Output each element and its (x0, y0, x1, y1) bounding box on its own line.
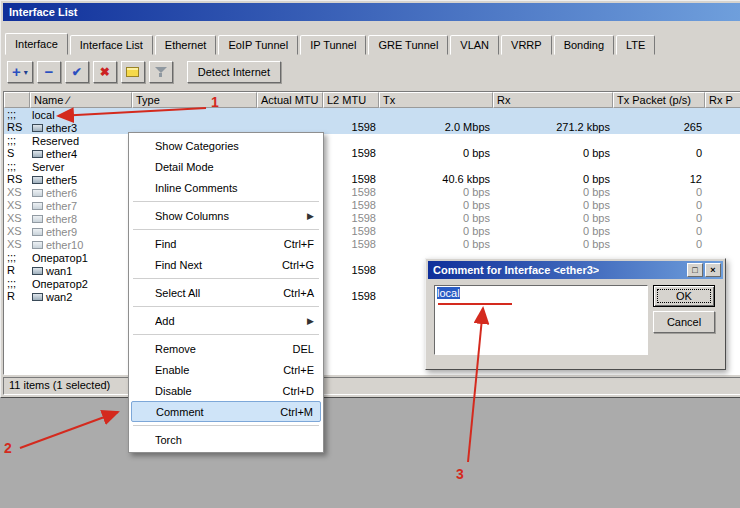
row-tx-packet: 265 (613, 121, 705, 134)
row-flags: ;;; (4, 160, 30, 173)
interface-row-ether4[interactable]: Sether415980 bps0 bps0 (4, 147, 740, 160)
row-name: ether4 (30, 147, 132, 160)
remove-button[interactable]: − (37, 61, 61, 83)
tab-ethernet[interactable]: Ethernet (155, 35, 217, 55)
menu-item-add[interactable]: Add▶ (131, 310, 321, 331)
column-header-flags[interactable] (4, 92, 30, 108)
menu-item-label: Inline Comments (155, 178, 314, 198)
column-header-tx[interactable]: Tx (379, 92, 493, 108)
row-rx-packet (705, 199, 740, 212)
row-rx: 0 bps (493, 225, 613, 238)
menu-item-label: Select All (155, 283, 275, 303)
row-name: Оператор1 (30, 251, 132, 264)
row-tx: 2.0 Mbps (379, 121, 493, 134)
menu-item-label: Disable (155, 381, 275, 401)
row-name: Reserved (30, 134, 132, 147)
comment-button[interactable] (121, 61, 145, 83)
maximize-button[interactable]: □ (687, 263, 703, 277)
menu-item-torch[interactable]: Torch (131, 429, 321, 450)
tab-vrrp[interactable]: VRRP (501, 35, 552, 55)
interface-row-ether6[interactable]: XSether615980 bps0 bps0 (4, 186, 740, 199)
column-header-type[interactable]: Type (132, 92, 257, 108)
column-header-name[interactable]: Name∕ (30, 92, 132, 108)
row-tx-packet: 0 (613, 238, 705, 251)
context-menu: Show CategoriesDetail ModeInline Comment… (128, 132, 324, 453)
tab-interface[interactable]: Interface (5, 33, 68, 55)
comment-row-reserved[interactable]: ;;;Reserved (4, 134, 740, 147)
menu-item-inline-comments[interactable]: Inline Comments (131, 177, 321, 198)
comment-row-server[interactable]: ;;;Server (4, 160, 740, 173)
column-header-rx-p[interactable]: Rx P (705, 92, 740, 108)
menu-item-show-columns[interactable]: Show Columns▶ (131, 205, 321, 226)
row-name: ether6 (30, 186, 132, 199)
menu-shortcut: Ctrl+A (283, 283, 314, 303)
row-tx (379, 108, 493, 121)
row-l2mtu: 1598 (323, 264, 379, 277)
column-header-label: Tx Packet (p/s) (617, 94, 691, 106)
row-flags: S (4, 147, 30, 160)
tab-ip-tunnel[interactable]: IP Tunnel (300, 35, 366, 55)
interface-row-ether8[interactable]: XSether815980 bps0 bps0 (4, 212, 740, 225)
tab-eoip-tunnel[interactable]: EoIP Tunnel (218, 35, 298, 55)
interface-row-ether9[interactable]: XSether915980 bps0 bps0 (4, 225, 740, 238)
close-button[interactable]: × (705, 263, 721, 277)
row-tx-packet: 0 (613, 225, 705, 238)
row-rx: 271.2 kbps (493, 121, 613, 134)
interface-row-ether3[interactable]: RSether315982.0 Mbps271.2 kbps265 (4, 121, 740, 134)
tab-interface-list[interactable]: Interface List (70, 35, 153, 55)
enable-button[interactable]: ✔ (65, 61, 89, 83)
menu-item-comment[interactable]: CommentCtrl+M (131, 401, 321, 422)
dialog-titlebar[interactable]: Comment for Interface <ether3> □ × (428, 261, 723, 279)
row-l2mtu: 1598 (323, 238, 379, 251)
tab-vlan[interactable]: VLAN (450, 35, 499, 55)
row-rx-packet (705, 212, 740, 225)
ethernet-icon (32, 241, 43, 249)
detect-internet-button[interactable]: Detect Internet (187, 61, 281, 83)
minus-icon: − (44, 66, 53, 78)
filter-button[interactable] (149, 61, 173, 83)
column-header-l2-mtu[interactable]: L2 MTU (323, 92, 379, 108)
menu-item-select-all[interactable]: Select AllCtrl+A (131, 282, 321, 303)
disable-button[interactable]: ✖ (93, 61, 117, 83)
tab-gre-tunnel[interactable]: GRE Tunnel (368, 35, 448, 55)
tab-bonding[interactable]: Bonding (554, 35, 614, 55)
comment-textarea[interactable]: local (434, 285, 648, 355)
window-titlebar[interactable]: Interface List (3, 3, 740, 21)
column-header-actual-mtu[interactable]: Actual MTU (257, 92, 323, 108)
row-flags: XS (4, 212, 30, 225)
row-tx: 0 bps (379, 225, 493, 238)
menu-item-show-categories[interactable]: Show Categories (131, 135, 321, 156)
cancel-button[interactable]: Cancel (653, 311, 715, 333)
tab-lte[interactable]: LTE (616, 35, 655, 55)
ok-button[interactable]: OK (653, 285, 715, 307)
menu-item-disable[interactable]: DisableCtrl+D (131, 380, 321, 401)
menu-item-remove[interactable]: RemoveDEL (131, 338, 321, 359)
sort-indicator: ∕ (67, 94, 69, 106)
menu-item-find[interactable]: FindCtrl+F (131, 233, 321, 254)
row-type (132, 108, 257, 121)
interface-row-ether7[interactable]: XSether715980 bps0 bps0 (4, 199, 740, 212)
menu-item-enable[interactable]: EnableCtrl+E (131, 359, 321, 380)
menu-item-find-next[interactable]: Find NextCtrl+G (131, 254, 321, 275)
row-rx (493, 160, 613, 173)
interface-name: Reserved (32, 135, 79, 147)
column-header-rx[interactable]: Rx (493, 92, 613, 108)
row-rx: 0 bps (493, 212, 613, 225)
annotation-underline (438, 303, 512, 305)
interface-row-ether10[interactable]: XSether1015980 bps0 bps0 (4, 238, 740, 251)
interface-name: ether6 (46, 187, 77, 199)
status-bar: 11 items (1 selected) (3, 377, 740, 395)
comment-note-icon (126, 67, 139, 77)
interface-row-ether5[interactable]: RSether5159840.6 kbps0 bps12 (4, 173, 740, 186)
column-header-label: Rx (497, 94, 510, 106)
row-flags: R (4, 264, 30, 277)
comment-row-local[interactable]: ;;;local (4, 108, 740, 121)
column-header-tx-packet-p-s[interactable]: Tx Packet (p/s) (613, 92, 705, 108)
menu-item-detail-mode[interactable]: Detail Mode (131, 156, 321, 177)
comment-text-selected: local (437, 287, 460, 299)
menu-item-label: Enable (155, 360, 275, 380)
add-button[interactable]: + ▾ (7, 61, 33, 83)
menu-separator (133, 201, 319, 202)
row-rx: 0 bps (493, 186, 613, 199)
row-rx-packet (705, 121, 740, 134)
